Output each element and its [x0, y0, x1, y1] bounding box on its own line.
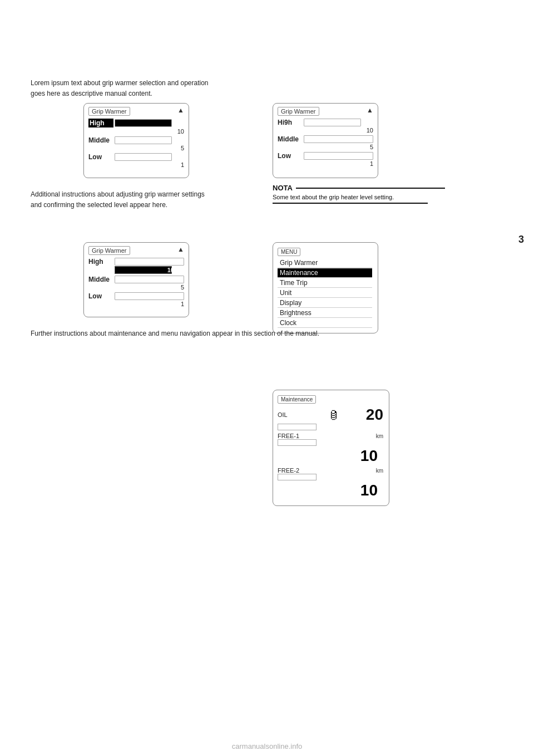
gw-row-middle-2: Middle	[278, 135, 373, 143]
menu-item-unit[interactable]: Unit	[278, 288, 372, 298]
gw-bar-high-2	[304, 119, 361, 126]
gw-row-5-3: 5	[88, 284, 184, 291]
gw-label-middle-2: Middle	[278, 135, 303, 143]
maint-bar-oil	[278, 424, 317, 430]
maint-row-free2: FREE-2 km 10	[278, 467, 383, 499]
gw-label-high-2: Hi9h	[278, 119, 303, 126]
gw-bar-low-2	[304, 152, 373, 160]
gw-label-low-2: Low	[278, 152, 303, 160]
gw-val-5-2: 5	[363, 144, 373, 150]
maint-unit-free1: km	[376, 433, 383, 439]
gw-val-1-1: 1	[174, 161, 184, 168]
grip-warmer-panel-3: Grip Warmer ▲ High 10 Middle 5 Low 1	[83, 242, 189, 317]
menu-item-clock[interactable]: Clock	[278, 318, 372, 328]
page-number: 3	[518, 234, 524, 246]
gw-row-high-2: Hi9h	[278, 119, 373, 126]
gw-bar-low-1	[115, 153, 172, 161]
gw-row-low-1: Low	[88, 153, 184, 161]
maint-label-free2: FREE-2	[278, 467, 299, 474]
panel3-header: Grip Warmer	[88, 246, 130, 255]
maint-value-free2: 10	[278, 482, 383, 499]
gw-row-10-3: 10	[88, 266, 184, 274]
gw-label-high-3: High	[88, 258, 113, 266]
gw-bar-middle-3	[115, 276, 184, 283]
body-text-mid: Additional instructions about adjusting …	[31, 189, 253, 210]
gw-val-1-2: 1	[363, 160, 373, 167]
gw-label-middle-1: Middle	[88, 136, 113, 144]
watermark: carmanualsonline.info	[232, 742, 302, 750]
nota-title: NOTA	[273, 184, 445, 192]
maint-unit-free2: km	[376, 468, 383, 474]
menu-item-maintenance[interactable]: Maintenance	[278, 268, 372, 278]
gw-bar-middle-2	[304, 135, 373, 143]
gw-row-1-2: 1	[278, 160, 373, 167]
gw-row-1-1: 1	[88, 161, 184, 168]
gw-row-middle-1: Middle	[88, 136, 184, 144]
panel2-icon: ▲	[367, 106, 373, 114]
gw-val-5-1: 5	[174, 145, 184, 151]
gw-row-10-2: 10	[278, 127, 373, 134]
maint-header: Maintenance	[278, 395, 316, 404]
gw-bar-middle-1	[115, 136, 172, 144]
gw-label-low-3: Low	[88, 292, 113, 300]
maint-bar-free2	[278, 474, 317, 480]
nota-section: NOTA Some text about the grip heater lev…	[273, 184, 445, 204]
grip-warmer-panel-1: Grip Warmer ▲ High 10 Middle 5 Low 1	[83, 103, 189, 178]
maint-label-free1: FREE-1	[278, 433, 299, 439]
gw-row-high-1: High	[88, 119, 184, 127]
nota-line	[296, 188, 445, 189]
gw-row-5-2: 5	[278, 144, 373, 150]
nota-text: Some text about the grip heater level se…	[273, 194, 445, 204]
gw-val-10-1: 10	[174, 128, 184, 135]
gw-row-1-3: 1	[88, 301, 184, 307]
panel3-icon: ▲	[177, 246, 184, 253]
gw-row-5-1: 5	[88, 145, 184, 151]
menu-header: MENU	[278, 248, 300, 256]
menu-item-time-trip[interactable]: Time Trip	[278, 278, 372, 288]
maintenance-panel: Maintenance OIL 🛢 20 FREE-1 km 10 FREE-2…	[273, 390, 389, 506]
maint-bar-free1	[278, 439, 317, 446]
panel1-icon: ▲	[177, 106, 184, 114]
svg-text:🛢: 🛢	[328, 409, 339, 421]
panel2-header: Grip Warmer	[278, 107, 319, 116]
gw-val-10-2: 10	[363, 127, 373, 134]
maint-row-free1: FREE-1 km 10	[278, 433, 383, 465]
maint-value-oil: 20	[366, 406, 383, 424]
gw-bar-high-3	[115, 258, 184, 266]
gw-label-low-1: Low	[88, 153, 113, 161]
gw-row-10-1: 10	[88, 128, 184, 135]
gw-row-low-3: Low	[88, 292, 184, 300]
maint-value-free1: 10	[278, 447, 383, 465]
gw-bar-high-1	[115, 119, 172, 127]
menu-item-display[interactable]: Display	[278, 298, 372, 308]
menu-panel: MENU Grip Warmer Maintenance Time Trip U…	[273, 242, 378, 333]
gw-label-middle-3: Middle	[88, 276, 113, 283]
nota-label: NOTA	[273, 184, 293, 192]
gw-bar-low-3	[115, 292, 184, 300]
maint-row-oil: OIL 🛢 20	[278, 406, 383, 430]
gw-val-1-3: 1	[174, 301, 184, 307]
menu-item-brightness[interactable]: Brightness	[278, 308, 372, 318]
oil-icon-area: 🛢	[327, 407, 343, 423]
body-text-bottom: Further instructions about maintenance a…	[31, 328, 503, 339]
oil-can-icon: 🛢	[327, 407, 343, 423]
menu-item-grip-warmer[interactable]: Grip Warmer	[278, 258, 372, 268]
gw-val-5-3: 5	[174, 284, 184, 291]
body-text-top: Lorem ipsum text about grip warmer selec…	[31, 78, 253, 99]
gw-row-low-2: Low	[278, 152, 373, 160]
gw-bar-fill-10-3	[115, 266, 172, 274]
gw-val-10-3: 10	[164, 267, 174, 273]
gw-label-high-1: High	[88, 119, 113, 127]
grip-warmer-panel-2: Grip Warmer ▲ Hi9h 10 Middle 5 Low 1	[273, 103, 378, 178]
gw-row-middle-3: Middle	[88, 276, 184, 283]
maint-label-oil: OIL	[278, 411, 288, 418]
panel1-header: Grip Warmer	[88, 107, 130, 116]
gw-row-high-3: High	[88, 258, 184, 266]
